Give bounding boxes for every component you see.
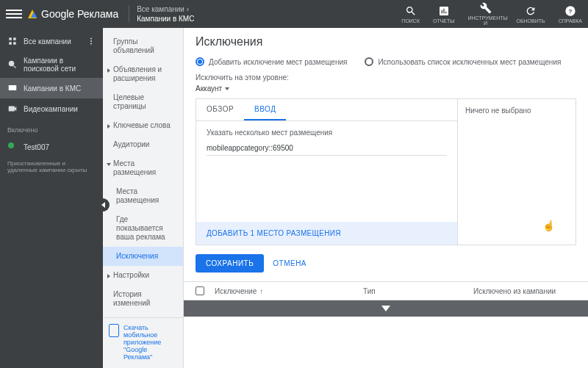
svg-point-3 — [90, 40, 92, 42]
midnav-placements[interactable]: Места размещения — [103, 154, 183, 182]
tools-button[interactable]: ИНСТРУМЕНТЫ И — [468, 2, 503, 26]
midnav-adgroups[interactable]: Группы объявлений — [103, 32, 183, 60]
video-icon — [7, 104, 18, 114]
midnav-ads-extensions[interactable]: Объявления и расширения — [103, 60, 183, 88]
mobile-app-icon — [109, 324, 119, 337]
col-exclusion[interactable]: Исключение ↑ — [215, 287, 363, 295]
exclude-level: Исключить на этом уровне: Аккаунт — [184, 73, 588, 98]
svg-rect-5 — [9, 85, 17, 90]
status-dot-icon — [7, 142, 18, 152]
menu-icon[interactable] — [6, 6, 22, 22]
nothing-selected-label: Ничего не выбрано — [465, 107, 531, 115]
reports-button[interactable]: ОТЧЕТЫ — [433, 5, 455, 24]
svg-point-2 — [90, 38, 92, 40]
included-label: Включено — [0, 119, 103, 137]
more-icon[interactable] — [87, 37, 96, 46]
exclusions-table-header: Исключение ↑ Тип Исключено из кампании — [184, 281, 588, 300]
tab-overview[interactable]: ОБЗОР — [196, 99, 244, 120]
cursor-hand-icon: ☝ — [542, 220, 555, 231]
secondary-nav: Группы объявлений Объявления и расширени… — [103, 28, 184, 368]
exclude-level-label: Исключить на этом уровне: — [196, 73, 576, 82]
midnav-where-shown[interactable]: Где показывается ваша реклама — [103, 210, 183, 247]
midnav-landing-pages[interactable]: Целевые страницы — [103, 88, 183, 116]
left-nav: Все кампании Кампании в поисковой сети К… — [0, 28, 103, 368]
collapse-handle-icon[interactable] — [96, 198, 110, 212]
svg-text:?: ? — [568, 7, 572, 14]
midnav-placements-sub[interactable]: Места размещения — [103, 182, 183, 210]
midnav-keywords[interactable]: Ключевые слова — [103, 116, 183, 135]
nav-search-campaigns[interactable]: Кампании в поисковой сети — [0, 51, 103, 78]
save-button[interactable]: СОХРАНИТЬ — [196, 254, 264, 273]
nav-all-campaigns[interactable]: Все кампании — [0, 31, 103, 51]
nav-video-campaigns[interactable]: Видеокампании — [0, 98, 103, 119]
select-all-checkbox[interactable] — [196, 286, 204, 295]
download-app-link[interactable]: Скачать мобильное приложение "Google Рек… — [103, 317, 183, 367]
filter-bar[interactable] — [184, 300, 588, 317]
tab-input[interactable]: ВВОД — [244, 99, 286, 120]
display-icon — [7, 83, 18, 93]
search-button[interactable]: ПОИСК — [401, 5, 420, 24]
placements-panel: ОБЗОР ВВОД Указать несколько мест размещ… — [196, 98, 576, 245]
refresh-icon — [525, 5, 537, 17]
help-button[interactable]: ? СПРАВКА — [559, 5, 582, 24]
exclude-level-dropdown[interactable]: Аккаунт — [196, 84, 576, 93]
grid-icon — [7, 36, 18, 46]
nav-account[interactable]: Test007 — [0, 137, 103, 157]
help-icon: ? — [564, 5, 576, 17]
cancel-button[interactable]: ОТМЕНА — [273, 259, 306, 267]
svg-point-4 — [90, 43, 92, 45]
col-type[interactable]: Тип — [363, 287, 473, 295]
body: Все кампании Кампании в поисковой сети К… — [0, 28, 588, 368]
reports-icon — [438, 5, 450, 17]
divider — [129, 6, 129, 22]
filter-icon — [381, 306, 390, 311]
radio-add-exclusion[interactable]: Добавить исключение мест размещения — [196, 57, 347, 66]
google-ads-logo-icon — [28, 10, 37, 18]
input-hint: Указать несколько мест размещения — [207, 129, 447, 137]
hidden-campaigns-note: Приостановленные и удаленные кампании ск… — [0, 157, 103, 176]
panel-body: Указать несколько мест размещения mobile… — [196, 121, 457, 222]
radio-icon — [196, 57, 204, 66]
svg-point-6 — [8, 142, 14, 148]
tools-icon — [480, 2, 492, 14]
radio-icon — [365, 57, 373, 66]
exclusion-mode-radios: Добавить исключение мест размещения Испо… — [184, 54, 588, 73]
search-icon — [405, 5, 417, 17]
breadcrumb-bottom: Кампании в КМС — [137, 14, 194, 24]
radio-use-list[interactable]: Использовать список исключенных мест раз… — [365, 57, 561, 66]
page-title: Исключения — [184, 28, 588, 54]
main-content: Исключения Добавить исключение мест разм… — [184, 28, 588, 368]
nav-display-campaigns[interactable]: Кампании в КМС — [0, 78, 103, 98]
panel-left: ОБЗОР ВВОД Указать несколько мест размещ… — [196, 99, 458, 245]
refresh-button[interactable]: ОБНОВИТЬ — [517, 5, 545, 24]
header-actions: ПОИСК ОТЧЕТЫ ИНСТРУМЕНТЫ И ОБНОВИТЬ ? СП… — [401, 2, 582, 26]
panel-right: Ничего не выбрано ☝ — [458, 99, 576, 245]
breadcrumb-top: Все кампании › — [137, 4, 194, 14]
panel-tabs: ОБЗОР ВВОД — [196, 99, 457, 121]
add-placement-button[interactable]: ДОБАВИТЬ 1 МЕСТО РАЗМЕЩЕНИЯ — [196, 222, 457, 245]
midnav-change-history[interactable]: История изменений — [103, 285, 183, 313]
breadcrumb[interactable]: Все кампании › Кампании в КМС — [137, 4, 194, 24]
midnav-exclusions[interactable]: Исключения — [103, 247, 183, 266]
placements-input[interactable]: mobileappcategory::69500 — [207, 144, 447, 156]
midnav-audiences[interactable]: Аудитории — [103, 135, 183, 154]
search-nav-icon — [7, 59, 18, 70]
sort-asc-icon: ↑ — [259, 287, 263, 295]
col-excluded-from[interactable]: Исключено из кампании — [473, 287, 576, 295]
app-header: Google Реклама Все кампании › Кампании в… — [0, 0, 588, 28]
product-name: Google Реклама — [41, 8, 118, 20]
form-actions: СОХРАНИТЬ ОТМЕНА — [184, 251, 588, 281]
midnav-settings[interactable]: Настройки — [103, 266, 183, 285]
